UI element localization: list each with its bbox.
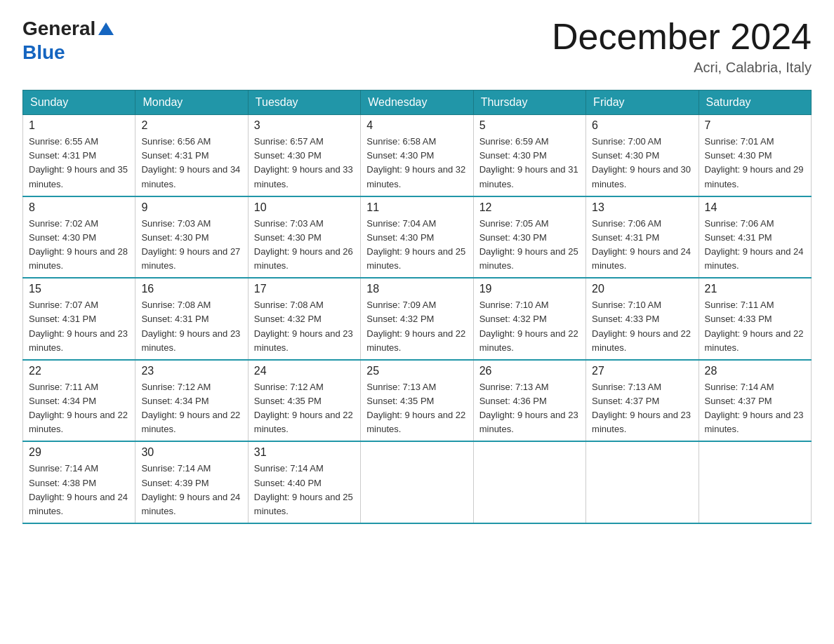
- day-info: Sunrise: 7:11 AMSunset: 4:34 PMDaylight:…: [29, 380, 129, 437]
- day-info: Sunrise: 7:08 AMSunset: 4:32 PMDaylight:…: [254, 298, 355, 355]
- day-info: Sunrise: 7:09 AMSunset: 4:32 PMDaylight:…: [366, 298, 467, 355]
- calendar-cell: 24Sunrise: 7:12 AMSunset: 4:35 PMDayligh…: [248, 360, 360, 442]
- calendar-cell: 27Sunrise: 7:13 AMSunset: 4:37 PMDayligh…: [586, 360, 699, 442]
- col-header-friday: Friday: [586, 90, 699, 115]
- day-number: 29: [29, 446, 129, 459]
- logo-triangle-icon: [98, 22, 114, 35]
- calendar-week-row: 8Sunrise: 7:02 AMSunset: 4:30 PMDaylight…: [23, 196, 812, 279]
- day-info: Sunrise: 7:14 AMSunset: 4:37 PMDaylight:…: [705, 380, 805, 437]
- day-number: 15: [29, 283, 129, 295]
- logo-general-text: General: [22, 17, 95, 41]
- calendar-cell: 23Sunrise: 7:12 AMSunset: 4:34 PMDayligh…: [135, 360, 248, 442]
- calendar-cell: [473, 441, 585, 523]
- day-number: 30: [141, 446, 241, 459]
- day-number: 27: [592, 365, 692, 377]
- calendar-cell: 31Sunrise: 7:14 AMSunset: 4:40 PMDayligh…: [248, 441, 360, 523]
- calendar-cell: 21Sunrise: 7:11 AMSunset: 4:33 PMDayligh…: [699, 278, 811, 360]
- day-number: 26: [479, 365, 580, 377]
- day-number: 12: [479, 201, 580, 214]
- day-info: Sunrise: 6:56 AMSunset: 4:31 PMDaylight:…: [141, 135, 241, 192]
- day-info: Sunrise: 7:03 AMSunset: 4:30 PMDaylight:…: [141, 217, 241, 274]
- calendar-cell: 1Sunrise: 6:55 AMSunset: 4:31 PMDaylight…: [23, 115, 135, 196]
- logo: General Blue: [22, 17, 115, 64]
- day-number: 24: [254, 365, 355, 377]
- day-info: Sunrise: 7:06 AMSunset: 4:31 PMDaylight:…: [705, 217, 805, 274]
- calendar-cell: [361, 441, 473, 523]
- calendar-cell: 29Sunrise: 7:14 AMSunset: 4:38 PMDayligh…: [23, 441, 135, 523]
- calendar-header-row: SundayMondayTuesdayWednesdayThursdayFrid…: [23, 90, 812, 115]
- day-number: 23: [141, 365, 241, 377]
- day-number: 20: [592, 283, 692, 295]
- day-number: 4: [366, 119, 467, 132]
- col-header-thursday: Thursday: [473, 90, 585, 115]
- location-text: Acri, Calabria, Italy: [552, 60, 812, 76]
- day-info: Sunrise: 7:01 AMSunset: 4:30 PMDaylight:…: [705, 135, 805, 192]
- day-info: Sunrise: 7:05 AMSunset: 4:30 PMDaylight:…: [479, 217, 580, 274]
- calendar-week-row: 15Sunrise: 7:07 AMSunset: 4:31 PMDayligh…: [23, 278, 812, 360]
- calendar-cell: 6Sunrise: 7:00 AMSunset: 4:30 PMDaylight…: [586, 115, 699, 196]
- day-number: 6: [592, 119, 692, 132]
- day-info: Sunrise: 7:14 AMSunset: 4:38 PMDaylight:…: [29, 462, 129, 518]
- day-number: 2: [141, 119, 241, 132]
- calendar-cell: [699, 441, 811, 523]
- month-title: December 2024: [552, 17, 812, 57]
- day-info: Sunrise: 7:10 AMSunset: 4:32 PMDaylight:…: [479, 298, 580, 355]
- calendar-cell: 5Sunrise: 6:59 AMSunset: 4:30 PMDaylight…: [473, 115, 585, 196]
- day-number: 13: [592, 201, 692, 214]
- day-number: 3: [254, 119, 355, 132]
- day-info: Sunrise: 7:02 AMSunset: 4:30 PMDaylight:…: [29, 217, 129, 274]
- day-number: 8: [29, 201, 129, 214]
- calendar-cell: 26Sunrise: 7:13 AMSunset: 4:36 PMDayligh…: [473, 360, 585, 442]
- calendar-cell: 13Sunrise: 7:06 AMSunset: 4:31 PMDayligh…: [586, 196, 699, 279]
- col-header-monday: Monday: [135, 90, 248, 115]
- calendar-cell: 18Sunrise: 7:09 AMSunset: 4:32 PMDayligh…: [361, 278, 473, 360]
- calendar-cell: 10Sunrise: 7:03 AMSunset: 4:30 PMDayligh…: [248, 196, 360, 279]
- day-number: 1: [29, 119, 129, 132]
- day-info: Sunrise: 7:14 AMSunset: 4:39 PMDaylight:…: [141, 462, 241, 518]
- title-area: December 2024 Acri, Calabria, Italy: [552, 17, 812, 76]
- day-info: Sunrise: 7:13 AMSunset: 4:36 PMDaylight:…: [479, 380, 580, 437]
- day-number: 18: [366, 283, 467, 295]
- day-info: Sunrise: 6:57 AMSunset: 4:30 PMDaylight:…: [254, 135, 355, 192]
- calendar-week-row: 22Sunrise: 7:11 AMSunset: 4:34 PMDayligh…: [23, 360, 812, 442]
- calendar-cell: 14Sunrise: 7:06 AMSunset: 4:31 PMDayligh…: [699, 196, 811, 279]
- day-number: 11: [366, 201, 467, 214]
- calendar-cell: 4Sunrise: 6:58 AMSunset: 4:30 PMDaylight…: [361, 115, 473, 196]
- calendar-table: SundayMondayTuesdayWednesdayThursdayFrid…: [22, 90, 812, 524]
- calendar-cell: 9Sunrise: 7:03 AMSunset: 4:30 PMDaylight…: [135, 196, 248, 279]
- day-info: Sunrise: 7:08 AMSunset: 4:31 PMDaylight:…: [141, 298, 241, 355]
- calendar-cell: 19Sunrise: 7:10 AMSunset: 4:32 PMDayligh…: [473, 278, 585, 360]
- day-info: Sunrise: 7:13 AMSunset: 4:35 PMDaylight:…: [366, 380, 467, 437]
- day-number: 25: [366, 365, 467, 377]
- day-number: 9: [141, 201, 241, 214]
- calendar-cell: 20Sunrise: 7:10 AMSunset: 4:33 PMDayligh…: [586, 278, 699, 360]
- day-info: Sunrise: 7:11 AMSunset: 4:33 PMDaylight:…: [705, 298, 805, 355]
- calendar-cell: 22Sunrise: 7:11 AMSunset: 4:34 PMDayligh…: [23, 360, 135, 442]
- calendar-cell: 2Sunrise: 6:56 AMSunset: 4:31 PMDaylight…: [135, 115, 248, 196]
- day-number: 14: [705, 201, 805, 214]
- calendar-cell: 8Sunrise: 7:02 AMSunset: 4:30 PMDaylight…: [23, 196, 135, 279]
- col-header-wednesday: Wednesday: [361, 90, 473, 115]
- day-number: 17: [254, 283, 355, 295]
- day-info: Sunrise: 7:10 AMSunset: 4:33 PMDaylight:…: [592, 298, 692, 355]
- day-info: Sunrise: 7:12 AMSunset: 4:34 PMDaylight:…: [141, 380, 241, 437]
- calendar-cell: 15Sunrise: 7:07 AMSunset: 4:31 PMDayligh…: [23, 278, 135, 360]
- logo-blue-text: Blue: [22, 41, 65, 63]
- calendar-cell: 17Sunrise: 7:08 AMSunset: 4:32 PMDayligh…: [248, 278, 360, 360]
- calendar-cell: 30Sunrise: 7:14 AMSunset: 4:39 PMDayligh…: [135, 441, 248, 523]
- day-number: 7: [705, 119, 805, 132]
- calendar-cell: 25Sunrise: 7:13 AMSunset: 4:35 PMDayligh…: [361, 360, 473, 442]
- day-info: Sunrise: 7:00 AMSunset: 4:30 PMDaylight:…: [592, 135, 692, 192]
- calendar-cell: 11Sunrise: 7:04 AMSunset: 4:30 PMDayligh…: [361, 196, 473, 279]
- svg-marker-0: [98, 22, 114, 35]
- day-number: 16: [141, 283, 241, 295]
- calendar-week-row: 1Sunrise: 6:55 AMSunset: 4:31 PMDaylight…: [23, 115, 812, 196]
- day-info: Sunrise: 7:12 AMSunset: 4:35 PMDaylight:…: [254, 380, 355, 437]
- calendar-cell: 16Sunrise: 7:08 AMSunset: 4:31 PMDayligh…: [135, 278, 248, 360]
- col-header-sunday: Sunday: [23, 90, 135, 115]
- day-info: Sunrise: 7:03 AMSunset: 4:30 PMDaylight:…: [254, 217, 355, 274]
- day-info: Sunrise: 7:07 AMSunset: 4:31 PMDaylight:…: [29, 298, 129, 355]
- col-header-tuesday: Tuesday: [248, 90, 360, 115]
- calendar-week-row: 29Sunrise: 7:14 AMSunset: 4:38 PMDayligh…: [23, 441, 812, 523]
- calendar-cell: [586, 441, 699, 523]
